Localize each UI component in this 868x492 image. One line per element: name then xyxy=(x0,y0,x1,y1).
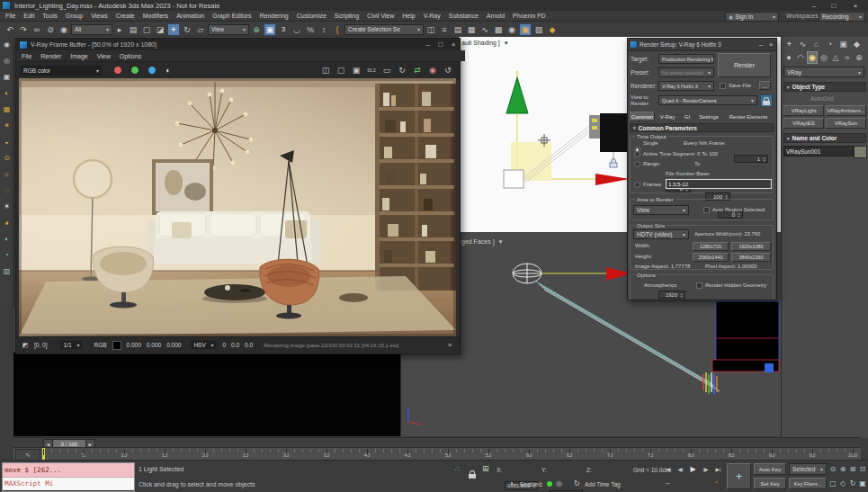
vfb-render-last-icon[interactable]: ◉ xyxy=(426,64,439,76)
close-button[interactable]: × xyxy=(849,1,862,10)
maximize-button[interactable]: □ xyxy=(828,1,840,10)
preset-dropdown[interactable]: No preset selected xyxy=(658,67,714,77)
filter-icon[interactable]: ▼ xyxy=(504,40,509,46)
vraysun-button[interactable]: VRaySun xyxy=(826,118,866,129)
menu-group[interactable]: Group xyxy=(66,13,83,19)
vfb-titlebar[interactable]: V-Ray Frame Buffer - [50.0% of 1920 x 10… xyxy=(16,39,460,50)
vfb-hsv-dropdown[interactable]: HSV xyxy=(190,340,217,350)
vfb-follow-mouse-icon[interactable]: ↻ xyxy=(396,64,408,76)
vraylight-button[interactable]: VRayLight xyxy=(783,105,824,116)
workspace-dropdown[interactable]: Recording xyxy=(819,12,865,22)
vray-proxy-icon[interactable]: ▧ xyxy=(2,265,13,276)
vfb-alpha-button[interactable]: ◐ xyxy=(162,64,174,76)
category-shapes-icon[interactable]: ◠ xyxy=(795,51,806,64)
viewport-label-top[interactable]: ault Shading ] ▼ xyxy=(461,40,509,46)
bind-spacewarp-icon[interactable]: ◉ xyxy=(58,23,70,36)
category-geometry-icon[interactable]: ● xyxy=(783,51,794,64)
menu-vray[interactable]: V-Ray xyxy=(424,13,441,19)
tab-motion-icon[interactable]: ◔ xyxy=(824,38,836,50)
menu-create[interactable]: Create xyxy=(116,13,135,19)
vfb-save-icon[interactable]: ◫ xyxy=(319,64,332,76)
zoom-all-icon[interactable]: ⊕ xyxy=(838,463,847,474)
set-key-button[interactable]: Set Key xyxy=(754,478,786,489)
menu-arnold[interactable]: Arnold xyxy=(487,13,505,19)
mute-icon[interactable]: ◑ xyxy=(509,479,514,488)
vray-displace-icon[interactable]: ◔ xyxy=(2,249,13,260)
mirror-icon[interactable]: ◫ xyxy=(425,23,437,36)
go-to-end-button[interactable]: ▶| xyxy=(712,463,724,474)
vfb-close-button[interactable]: × xyxy=(447,40,460,49)
prev-frame-button[interactable]: ◀| xyxy=(675,463,686,474)
vray-aperture-icon[interactable]: ◐ xyxy=(2,233,13,244)
redo-icon[interactable]: ↷ xyxy=(17,23,30,36)
vfb-srgb-icon[interactable]: 50.2 xyxy=(365,64,378,76)
menu-file[interactable]: File xyxy=(5,13,15,19)
unlink-icon[interactable]: ⊘ xyxy=(44,23,57,36)
res-3840x2160-button[interactable]: 3840x2160 xyxy=(731,253,771,262)
render-hidden-checkbox[interactable] xyxy=(696,282,702,289)
edit-named-selection-icon[interactable]: { xyxy=(331,23,344,36)
tab-hierarchy-icon[interactable]: ⌂ xyxy=(810,38,822,50)
vfb-compare-icon[interactable]: ▭ xyxy=(380,64,393,76)
maxscript-script-line[interactable]: MAXScript Mi xyxy=(3,478,134,490)
minimize-button[interactable]: – xyxy=(808,1,820,10)
rect-region-icon[interactable]: ▢ xyxy=(140,23,153,36)
vrayambient-button[interactable]: VRayAmbient... xyxy=(826,105,866,116)
next-frame-button[interactable]: |▶ xyxy=(700,463,711,474)
vfb-menu-image[interactable]: Image xyxy=(70,53,87,59)
add-time-tag-label[interactable]: Add Time Tag xyxy=(585,481,621,488)
menu-edit[interactable]: Edit xyxy=(23,13,34,19)
rollout-common-parameters[interactable]: Common Parameters xyxy=(630,123,774,132)
zoom-extents-icon[interactable]: ⊞ xyxy=(848,463,857,474)
select-by-name-icon[interactable]: ▤ xyxy=(127,23,139,36)
auto-key-button[interactable]: Auto Key xyxy=(754,463,786,475)
tab-vray[interactable]: V-Ray xyxy=(656,112,679,121)
vray-vfb-icon[interactable]: ◉ xyxy=(2,39,13,49)
vray-mesh-light-icon[interactable]: ◌ xyxy=(2,184,13,195)
vfb-reset-icon[interactable]: ↺ xyxy=(442,64,454,76)
vfb-expand-icon[interactable]: ≡ xyxy=(445,339,454,352)
tab-modify-icon[interactable]: ∿ xyxy=(797,38,809,50)
tab-display-icon[interactable]: ▣ xyxy=(837,38,849,50)
vray-sphere-light-icon[interactable]: ◒ xyxy=(2,136,13,147)
menu-substance[interactable]: Substance xyxy=(449,13,479,19)
rendered-frame-icon[interactable]: ▨ xyxy=(532,23,545,36)
menu-help[interactable]: Help xyxy=(402,13,415,19)
render-setup-titlebar[interactable]: Render Setup: V-Ray 6 Hotfix 3 – × xyxy=(628,39,776,51)
orbit-icon[interactable]: ↻ xyxy=(848,478,857,488)
vfb-swap-icon[interactable]: ⇄ xyxy=(411,64,424,76)
view-to-render-dropdown[interactable]: Quad 4 - RenderCamera xyxy=(658,95,757,105)
vray-dome-light-icon[interactable]: ▦ xyxy=(2,103,13,114)
tab-gi[interactable]: GI xyxy=(680,112,694,121)
render-setup-minimize-button[interactable]: – xyxy=(756,40,765,49)
vray-ambient-light-icon[interactable]: ☼ xyxy=(2,168,13,179)
curve-editor-icon[interactable]: ∿ xyxy=(479,23,491,36)
menu-civil-view[interactable]: Civil View xyxy=(367,13,394,19)
area-mode-dropdown[interactable]: View xyxy=(633,205,689,215)
category-spacewarps-icon[interactable]: ≈ xyxy=(842,51,853,64)
enabled-toggle-icon[interactable]: ◎ xyxy=(556,479,562,488)
angle-snap-icon[interactable]: 3 xyxy=(277,23,290,36)
res-1920x1080-button[interactable]: 1920x1080 xyxy=(731,242,771,251)
tab-settings[interactable]: Settings xyxy=(695,112,722,121)
render-production-icon[interactable]: ◆ xyxy=(546,23,559,36)
renderer-dropdown[interactable]: V-Ray 6 Hotfix 3 xyxy=(658,81,714,91)
select-link-icon[interactable]: ∞ xyxy=(31,23,43,36)
render-button[interactable]: Render xyxy=(718,53,771,77)
viewport-label-bottom[interactable]: ged Faces ] ▼ xyxy=(461,238,504,245)
pan-icon[interactable]: ◇ xyxy=(838,478,847,488)
frames-input[interactable] xyxy=(666,179,772,189)
ref-coordsys-dropdown[interactable]: View xyxy=(208,24,249,35)
vfb-menu-render[interactable]: Render xyxy=(40,53,61,59)
render-setup-icon[interactable]: ▣ xyxy=(519,23,532,36)
vray-physcam-icon[interactable]: ▣ xyxy=(2,71,13,82)
window-crossing-icon[interactable]: ◪ xyxy=(154,23,166,36)
named-selection-dropdown[interactable]: Create Selection Se xyxy=(345,24,424,35)
menu-rendering[interactable]: Rendering xyxy=(259,13,288,19)
vray-sun-icon[interactable]: ☀ xyxy=(2,120,13,130)
snap-toggle-icon[interactable]: ⊕ xyxy=(250,23,263,36)
maxscript-mini-listener[interactable]: move $ [262... MAXScript Mi xyxy=(2,462,135,492)
auto-region-checkbox[interactable] xyxy=(703,207,710,213)
key-dot-icon[interactable]: ◦ xyxy=(715,478,718,487)
save-file-more-button[interactable]: ... xyxy=(759,81,771,90)
